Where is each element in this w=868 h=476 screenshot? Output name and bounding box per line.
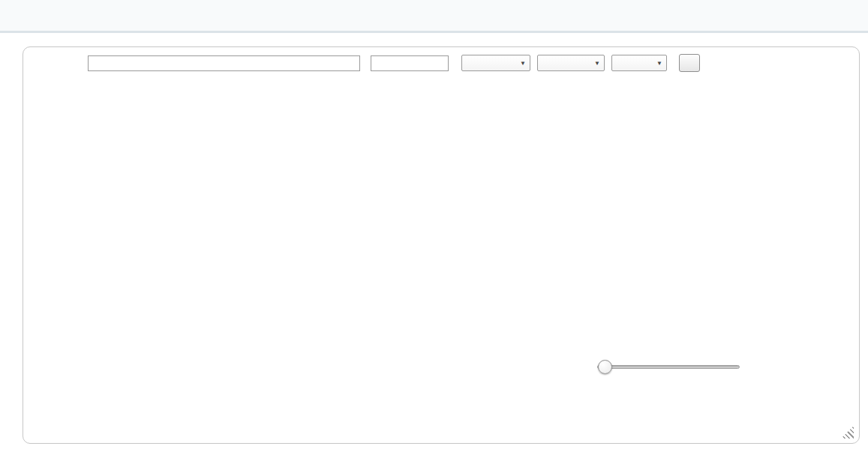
rrg-chart-svg[interactable]	[23, 70, 578, 452]
tail-length-slider-thumb[interactable]	[598, 360, 612, 374]
page-header	[0, 0, 868, 33]
chevron-down-icon: ▼	[656, 60, 662, 67]
symbols-input[interactable]	[88, 55, 360, 71]
tail-length-control	[587, 365, 749, 369]
benchmark-input[interactable]	[371, 55, 449, 71]
chevron-down-icon: ▼	[594, 60, 600, 67]
rrg-panel: ▼ ▼ ▼	[23, 46, 860, 444]
xlk-mini-chart-svg[interactable]	[548, 70, 863, 295]
period-select[interactable]: ▼	[537, 55, 605, 71]
resize-handle-icon[interactable]	[841, 426, 854, 439]
groups-select[interactable]: ▼	[461, 55, 530, 71]
interval-select[interactable]: ▼	[611, 55, 667, 71]
tail-length-slider-track[interactable]	[597, 365, 740, 369]
chevron-down-icon: ▼	[520, 60, 526, 67]
